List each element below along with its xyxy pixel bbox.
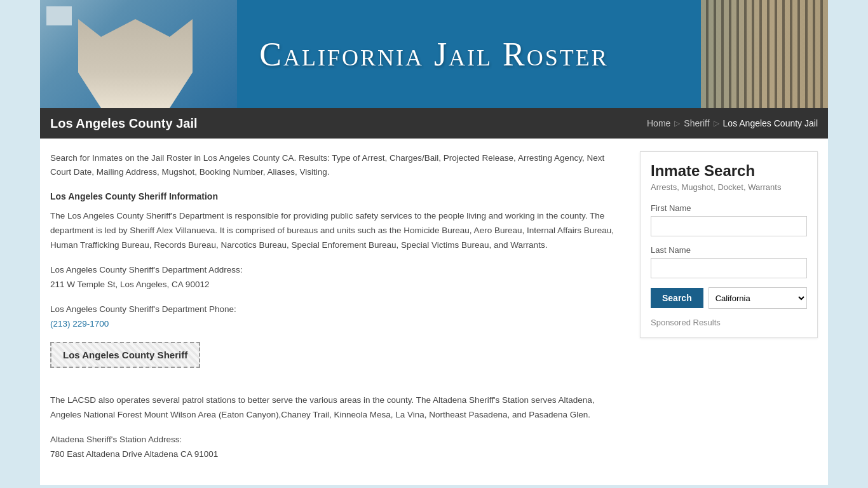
inmate-search-box: Inmate Search Arrests, Mugshot, Docket, …	[640, 151, 818, 338]
address-label: Los Angeles County Sheriff's Department …	[50, 263, 625, 278]
search-button[interactable]: Search	[651, 288, 703, 308]
breadcrumb-current: Los Angeles County Jail	[723, 118, 818, 128]
search-box-subtitle: Arrests, Mugshot, Docket, Warrants	[651, 182, 807, 192]
body-text-2: The LACSD also operates several patrol s…	[50, 393, 625, 423]
sidebar: Inmate Search Arrests, Mugshot, Docket, …	[640, 151, 818, 338]
content-area: Search for Inmates on the Jail Roster in…	[50, 151, 625, 472]
search-row: Search CaliforniaAlabamaAlaskaArizonaArk…	[651, 287, 807, 309]
last-name-label: Last Name	[651, 245, 807, 255]
breadcrumb: Home ▷ Sheriff ▷ Los Angeles County Jail	[647, 118, 818, 128]
page-title: Los Angeles County Jail	[50, 116, 198, 131]
phone-block: Los Angeles County Sheriff's Department …	[50, 302, 625, 332]
last-name-input[interactable]	[651, 258, 807, 278]
state-select[interactable]: CaliforniaAlabamaAlaskaArizonaArkansasCo…	[709, 287, 807, 309]
last-name-group: Last Name	[651, 245, 807, 278]
phone-link[interactable]: (213) 229-1700	[50, 319, 109, 329]
address-block-main: Los Angeles County Sheriff's Department …	[50, 263, 625, 292]
first-name-group: First Name	[651, 203, 807, 236]
search-box-title: Inmate Search	[651, 162, 807, 180]
first-name-input[interactable]	[651, 216, 807, 236]
breadcrumb-home[interactable]: Home	[647, 118, 670, 128]
header-right-image	[701, 0, 828, 108]
altadena-address-value: 780 East Altadena Drive Altadena CA 9100…	[50, 447, 625, 462]
altadena-address-label: Altadena Sheriff's Station Address:	[50, 433, 625, 447]
main-layout: Search for Inmates on the Jail Roster in…	[40, 139, 828, 485]
breadcrumb-sheriff[interactable]: Sheriff	[684, 118, 709, 128]
sponsored-label: Sponsored Results	[651, 318, 807, 327]
header-left-image	[40, 0, 237, 108]
site-header: California Jail Roster	[40, 0, 828, 108]
navigation-bar: Los Angeles County Jail Home ▷ Sheriff ▷…	[40, 108, 828, 139]
breadcrumb-sep-2: ▷	[714, 119, 719, 128]
section-heading: Los Angeles County Sheriff Information	[50, 191, 625, 201]
sheriff-button[interactable]: Los Angeles County Sheriff	[50, 342, 200, 368]
site-title: California Jail Roster	[259, 36, 609, 73]
address-block-altadena: Altadena Sheriff's Station Address: 780 …	[50, 433, 625, 462]
body-text-1: The Los Angeles County Sheriff's Departm…	[50, 209, 625, 253]
first-name-label: First Name	[651, 203, 807, 213]
intro-text: Search for Inmates on the Jail Roster in…	[50, 151, 625, 179]
address-value: 211 W Temple St, Los Angeles, CA 90012	[50, 278, 625, 292]
breadcrumb-sep-1: ▷	[674, 119, 680, 128]
phone-label: Los Angeles County Sheriff's Department …	[50, 302, 625, 317]
